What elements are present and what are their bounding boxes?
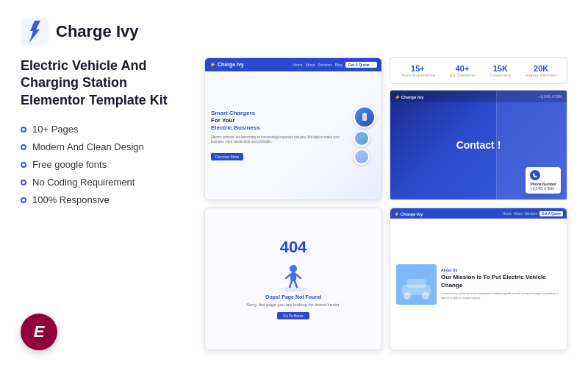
about-nav-logo: ⚡ Charge Ivy <box>394 211 423 216</box>
screenshot-about: ⚡ Charge Ivy Home About Services Get A Q… <box>390 208 567 350</box>
stats-bar: 15+ Years Experience 40+ EV Solutions 15… <box>390 57 567 84</box>
hero-title: Smart ChargersFor YourElectric Business <box>211 110 349 132</box>
stat-years: 15+ Years Experience <box>401 64 435 77</box>
about-nav: ⚡ Charge Ivy Home About Services Get A Q… <box>390 208 567 219</box>
phone-box: Phone Number +1(345) 67890 <box>526 167 561 194</box>
hero-text: Smart ChargersFor YourElectric Business … <box>211 110 349 162</box>
stat-customers: 15K Customers <box>490 64 511 77</box>
hero-img-1 <box>354 106 376 128</box>
error-404-number: 404 <box>280 239 307 255</box>
logo-icon <box>21 18 49 46</box>
nav-link-about: About <box>306 63 315 67</box>
elementor-icon: E <box>34 322 45 342</box>
feature-item-1: 10+ Pages <box>21 124 190 135</box>
bullet-3 <box>21 162 26 168</box>
about-get-quote-btn[interactable]: Get A Quote <box>539 211 563 216</box>
bullet-4 <box>21 180 26 185</box>
hero-images <box>354 106 376 165</box>
nav-logo: ⚡ Charge Ivy <box>209 62 244 68</box>
contact-nav-logo: ⚡ Charge Ivy <box>395 94 423 99</box>
elementor-badge: E <box>21 314 57 350</box>
stat-solutions-number: 40+ <box>450 64 475 73</box>
phone-icon-circle <box>530 170 540 180</box>
svg-line-8 <box>286 275 290 278</box>
stat-partners-label: Happy Partners <box>526 73 556 77</box>
features-list: 10+ Pages Modern And Clean Design Free g… <box>21 124 190 205</box>
nav-links: Home About Services Blog Get A Quote → <box>293 62 377 68</box>
about-description: Lorem ipsum dolor sit amet consectetur a… <box>441 291 561 300</box>
stat-partners-number: 20K <box>526 64 556 73</box>
hero-cta-btn[interactable]: Discover More <box>211 153 243 160</box>
stat-solutions: 40+ EV Solutions <box>450 64 475 77</box>
main-content: Electric Vehicle And Charging Station El… <box>21 57 567 350</box>
svg-rect-7 <box>290 272 296 281</box>
svg-line-11 <box>295 281 297 287</box>
contact-nav-phone: +1(345) 67890 <box>538 94 562 99</box>
contact-title: Contact ! <box>456 139 501 152</box>
feature-label-1: 10+ Pages <box>32 124 79 135</box>
svg-line-9 <box>296 275 301 278</box>
svg-line-10 <box>290 281 292 287</box>
nav-bar: ⚡ Charge Ivy Home About Services Blog Ge… <box>205 58 381 71</box>
error-figure-svg <box>273 258 314 291</box>
svg-point-15 <box>404 292 411 300</box>
stat-customers-number: 15K <box>490 64 511 73</box>
get-quote-btn[interactable]: Get A Quote → <box>345 62 377 68</box>
about-section-label: About Us <box>441 268 561 272</box>
tagline: Electric Vehicle And Charging Station El… <box>21 57 190 109</box>
feature-label-4: No Coding Requirement <box>32 177 135 188</box>
svg-point-6 <box>290 265 297 272</box>
stat-years-label: Years Experience <box>401 73 435 77</box>
header: Charge Ivy <box>21 18 567 46</box>
screenshot-404: 404 Oops! Page Not Found Sorry, the <box>204 208 382 350</box>
feature-item-2: Modern And Clean Design <box>21 141 190 152</box>
oops-text: Oops! Page Not Found <box>265 294 321 300</box>
svg-point-5 <box>279 287 308 291</box>
phone-number: +1(345) 67890 <box>530 186 556 191</box>
svg-rect-14 <box>406 279 426 288</box>
hero-img-3 <box>354 149 370 165</box>
about-body: About Us Our Mission Is To Put Electric … <box>390 219 567 350</box>
top-right-group: 15+ Years Experience 40+ EV Solutions 15… <box>390 57 567 200</box>
stat-years-number: 15+ <box>401 64 435 73</box>
bullet-1 <box>21 127 26 132</box>
left-panel: Electric Vehicle And Charging Station El… <box>21 57 190 350</box>
about-text-area: About Us Our Mission Is To Put Electric … <box>441 268 561 300</box>
page-wrapper: Charge Ivy Electric Vehicle And Charging… <box>0 0 588 368</box>
nav-link-home: Home <box>293 63 302 67</box>
about-nav-link-about: About <box>514 212 523 216</box>
hero-section: Smart ChargersFor YourElectric Business … <box>205 71 381 199</box>
brand-name: Charge Ivy <box>56 22 139 41</box>
about-title: Our Mission Is To Put Electric Vehicle C… <box>441 274 561 289</box>
nav-link-blog: Blog <box>335 63 343 67</box>
nav-link-services: Services <box>318 63 332 67</box>
contact-preview: Contact ! ⚡ Charge Ivy +1(345) 67890 Pho… <box>390 90 567 200</box>
about-nav-link-services: Services <box>525 212 537 216</box>
contact-nav: ⚡ Charge Ivy +1(345) 67890 <box>390 91 567 102</box>
feature-item-5: 100% Responsive <box>21 194 190 205</box>
about-nav-link-home: Home <box>503 212 512 216</box>
bullet-2 <box>21 144 26 150</box>
feature-item-4: No Coding Requirement <box>21 177 190 188</box>
about-image <box>396 264 437 305</box>
screenshot-hero: ⚡ Charge Ivy Home About Services Blog Ge… <box>204 57 382 200</box>
stat-partners: 20K Happy Partners <box>526 64 556 77</box>
feature-label-2: Modern And Clean Design <box>32 141 144 152</box>
stat-customers-label: Customers <box>490 73 511 77</box>
bullet-5 <box>21 197 26 203</box>
feature-item-3: Free google fonts <box>21 159 190 170</box>
hero-subtitle: Electric vehicles are becoming an increa… <box>211 135 349 145</box>
right-panel: ⚡ Charge Ivy Home About Services Blog Ge… <box>204 57 567 350</box>
stat-solutions-label: EV Solutions <box>450 73 475 77</box>
not-found-text: Sorry, the page you are looking for does… <box>246 302 340 307</box>
svg-point-16 <box>422 292 429 300</box>
go-home-button[interactable]: Go To Home <box>277 312 309 319</box>
hero-img-2 <box>354 130 370 146</box>
feature-label-3: Free google fonts <box>32 159 107 170</box>
feature-label-5: 100% Responsive <box>32 194 110 205</box>
